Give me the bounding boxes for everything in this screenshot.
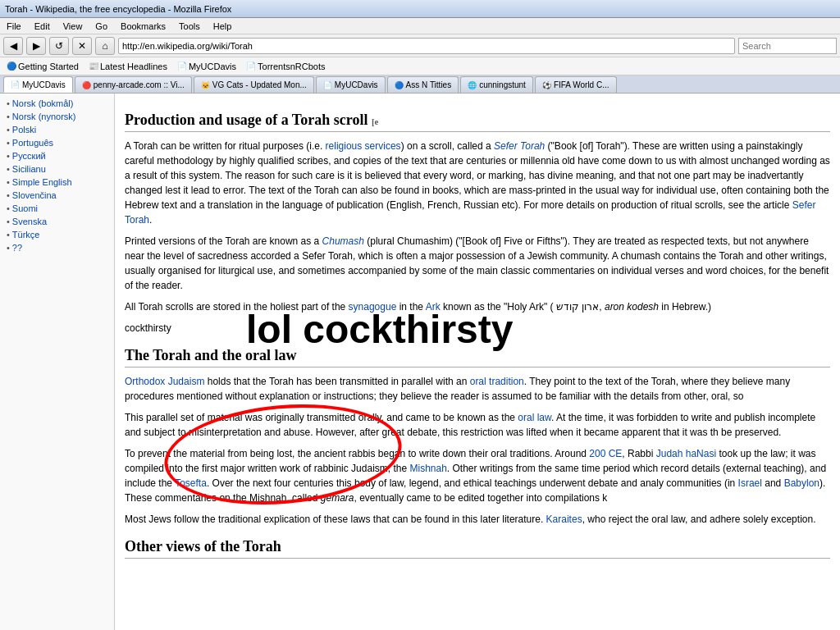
cockthirsty-line: cockthirsty — [125, 321, 830, 336]
link-oral-tradition[interactable]: oral tradition — [470, 376, 524, 387]
tab-fifa-world[interactable]: ⚽ FIFA World C... — [535, 76, 617, 93]
section1-p1: A Torah can be written for ritual purpos… — [125, 139, 830, 227]
section2-p4: Most Jews follow the traditional explica… — [125, 512, 830, 527]
menu-help[interactable]: Help — [210, 20, 235, 33]
bookmarks-bar: 🔵 Getting Started 📰 Latest Headlines 📄 M… — [0, 57, 840, 75]
tab-myucdavis2[interactable]: 📄 MyUCDavis — [316, 76, 386, 93]
search-input[interactable] — [738, 38, 837, 54]
sidebar-item-svenska[interactable]: •Svenska — [0, 215, 114, 228]
address-bar[interactable] — [118, 38, 735, 54]
home-button[interactable]: ⌂ — [95, 37, 115, 55]
sidebar-item-russian[interactable]: •Русский — [0, 149, 114, 162]
menu-view[interactable]: View — [60, 20, 86, 33]
title-bar: Torah - Wikipedia, the free encyclopedia… — [0, 0, 840, 18]
link-chumash[interactable]: Chumash — [322, 235, 364, 247]
sidebar: •Norsk (bokmål) •Norsk (nynorsk) •Polski… — [0, 94, 115, 630]
sidebar-item-norsk-bokmal[interactable]: •Norsk (bokmål) — [0, 97, 114, 110]
section1-edit[interactable]: [e — [372, 116, 379, 126]
section1-p2: Printed versions of the Torah are known … — [125, 234, 830, 293]
link-babylon[interactable]: Babylon — [784, 477, 819, 489]
link-200-ce[interactable]: 200 CE — [589, 448, 622, 459]
sidebar-item-simple-english[interactable]: •Simple English — [0, 176, 114, 189]
tabs-bar: 📄 MyUCDavis 🔴 penny-arcade.com :: Vi... … — [0, 75, 840, 94]
bookmark-getting-started[interactable]: 🔵 Getting Started — [3, 61, 82, 72]
menu-bar: File Edit View Go Bookmarks Tools Help — [0, 18, 840, 34]
section1-heading: Production and usage of a Torah scroll [… — [125, 112, 830, 132]
menu-edit[interactable]: Edit — [31, 20, 53, 33]
tab-ass-n-titties[interactable]: 🔵 Ass N Titties — [387, 76, 459, 93]
bookmark-latest-headlines[interactable]: 📰 Latest Headlines — [85, 61, 171, 72]
tab-myucdavis[interactable]: 📄 MyUCDavis — [3, 76, 73, 93]
nav-bar: ◀ ▶ ↺ ✕ ⌂ — [0, 34, 840, 57]
tab-favicon-vgcats: 🐱 — [201, 81, 210, 89]
section2-heading: The Torah and the oral law — [125, 347, 830, 368]
menu-file[interactable]: File — [3, 20, 25, 33]
main-layout: •Norsk (bokmål) •Norsk (nynorsk) •Polski… — [0, 94, 840, 630]
link-orthodox-judaism[interactable]: Orthodox Judaism — [125, 376, 204, 387]
link-israel[interactable]: Israel — [738, 477, 762, 489]
reload-button[interactable]: ↺ — [49, 37, 69, 55]
link-synagogue[interactable]: synagogue — [349, 301, 397, 313]
link-sefer-torah2[interactable]: Sefer Torah — [125, 199, 815, 226]
sidebar-item-suomi[interactable]: •Suomi — [0, 202, 114, 215]
link-karaites[interactable]: Karaites — [546, 514, 582, 525]
link-mishnah[interactable]: Mishnah — [409, 463, 446, 474]
tab-vgcats[interactable]: 🐱 VG Cats - Updated Mon... — [194, 76, 314, 93]
link-sefer-torah[interactable]: Sefer Torah — [494, 140, 545, 152]
forward-button[interactable]: ▶ — [26, 37, 46, 55]
bookmark-icon-torrents: 📄 — [246, 62, 256, 71]
link-oral-law[interactable]: oral law — [518, 412, 551, 423]
section3-heading: Other views of the Torah — [125, 538, 830, 559]
bookmark-icon-latest-headlines: 📰 — [89, 62, 98, 71]
tab-favicon-myucdavis2: 📄 — [323, 81, 332, 89]
bookmark-icon-getting-started: 🔵 — [7, 62, 16, 71]
sidebar-item-norsk-nynorsk[interactable]: •Norsk (nynorsk) — [0, 110, 114, 123]
link-ark[interactable]: Ark — [426, 301, 441, 313]
section1-p3: All Torah scrolls are stored in the holi… — [125, 299, 830, 314]
section2-p1: Orthodox Judaism holds that the Torah ha… — [125, 374, 830, 404]
sidebar-item-sicilianu[interactable]: •Sicilianu — [0, 162, 114, 176]
back-button[interactable]: ◀ — [3, 37, 23, 55]
sidebar-item-slovenčina[interactable]: •Slovenčina — [0, 189, 114, 202]
tab-favicon-fifa: ⚽ — [542, 81, 551, 89]
tab-favicon-ass-n-titties: 🔵 — [395, 81, 404, 89]
bookmark-torrents[interactable]: 📄 TorrentsnRCbots — [243, 61, 329, 72]
bookmark-icon-myucdavis: 📄 — [177, 62, 187, 71]
section2-p2: This parallel set of material was origin… — [125, 410, 830, 440]
sidebar-item-turkce[interactable]: •Türkçe — [0, 228, 114, 241]
sidebar-item-polski[interactable]: •Polski — [0, 123, 114, 136]
bookmark-myucdavis[interactable]: 📄 MyUCDavis — [174, 61, 240, 72]
stop-button[interactable]: ✕ — [72, 37, 92, 55]
sidebar-item-portugues[interactable]: •Português — [0, 136, 114, 149]
tab-penny-arcade[interactable]: 🔴 penny-arcade.com :: Vi... — [75, 76, 192, 93]
link-tosefta[interactable]: Tosefta — [175, 477, 207, 489]
title-text: Torah - Wikipedia, the free encyclopedia… — [5, 4, 231, 14]
menu-bookmarks[interactable]: Bookmarks — [117, 20, 169, 33]
tab-cunningstunt[interactable]: 🌐 cunningstunt — [460, 76, 533, 93]
content-area: lol cockthirsty Production and usage of … — [115, 94, 840, 630]
link-judah-hanasi[interactable]: Judah haNasi — [656, 448, 716, 459]
tab-favicon-cunningstunt: 🌐 — [468, 81, 477, 89]
tab-favicon-penny-arcade: 🔴 — [82, 81, 91, 89]
menu-go[interactable]: Go — [92, 20, 111, 33]
menu-tools[interactable]: Tools — [176, 20, 203, 33]
sidebar-item-unknown[interactable]: •?? — [0, 241, 114, 254]
link-religious-services[interactable]: religious services — [326, 140, 401, 152]
tab-favicon-myucdavis: 📄 — [11, 80, 20, 89]
section2-p3: To prevent the material from being lost,… — [125, 446, 830, 505]
